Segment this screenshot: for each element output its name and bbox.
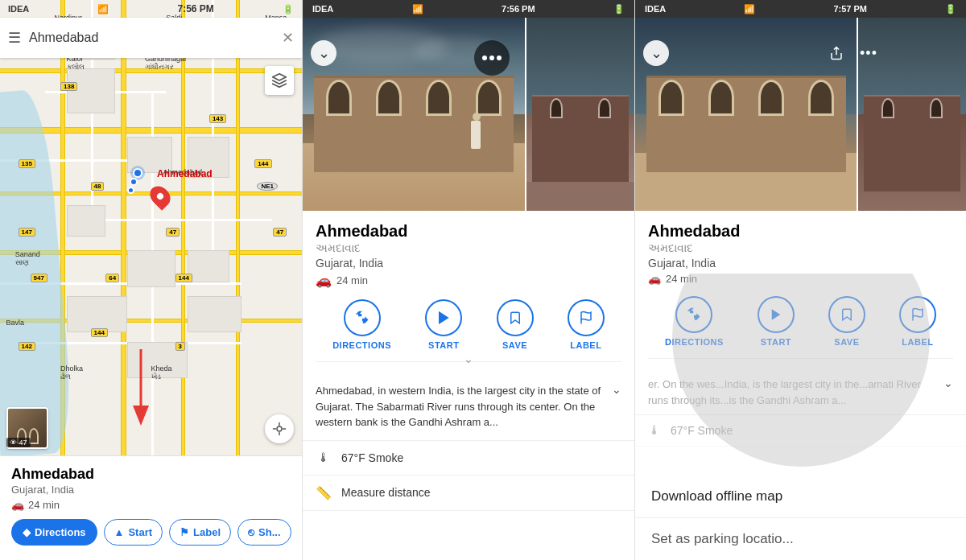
save-icon-circle (497, 299, 534, 336)
start-icon-circle (425, 299, 462, 336)
expand-button[interactable]: ⌄ (612, 383, 621, 396)
car-icon-bottom: 🚗 (11, 499, 24, 511)
battery-icon-3: 🔋 (945, 4, 956, 14)
start-action[interactable]: START (425, 299, 462, 350)
car-icon-detail: 🚗 (316, 273, 332, 288)
menu-dropdown: Download offline map Set as parking loca… (635, 476, 966, 560)
carrier-1: IDEA (8, 4, 29, 14)
back-button-2[interactable]: ⌄ (311, 40, 336, 66)
share-icon: ⎋ (248, 526, 254, 538)
menu-place-name-local: અમદાવાદ (648, 241, 953, 255)
directions-action[interactable]: DIRECTIONS (332, 299, 391, 350)
menu-photos[interactable]: ⌄ ••• (635, 18, 966, 211)
detail-photo-secondary[interactable] (525, 18, 634, 211)
status-bar-2: IDEA 📶 7:56 PM 🔋 (303, 0, 634, 18)
svg-point-2 (277, 426, 282, 431)
start-button[interactable]: ▲ Start (104, 519, 163, 546)
start-label: Start (128, 526, 152, 538)
time-3: 7:57 PM (833, 4, 867, 14)
measure-text: Measure distance (341, 486, 431, 499)
detail-travel-time: 24 min (336, 274, 368, 286)
directions-icon-circle (344, 299, 381, 336)
hamburger-menu-icon[interactable]: ☰ (8, 29, 21, 47)
share-button[interactable]: ⎋ Sh... (237, 519, 291, 546)
place-region-bottom: Gujarat, India (11, 484, 291, 496)
detail-place-name: Ahmedabad (316, 222, 621, 241)
place-time-bottom: 🚗 24 min (11, 499, 291, 511)
detail-place-name-local: અમદાવાદ (316, 241, 621, 255)
share-label: Sh... (258, 526, 280, 538)
detail-time-row: 🚗 24 min (316, 273, 621, 288)
map-label-dholka: Dholkaઢોળ (60, 364, 83, 381)
panel-detail: IDEA 📶 7:56 PM 🔋 (302, 0, 634, 560)
save-action[interactable]: SAVE (497, 299, 534, 350)
detail-photos[interactable]: ⌄ (303, 18, 634, 211)
set-parking-location-item[interactable]: Set as parking locatio... (635, 518, 966, 560)
chevron-down-icon-2: ⌄ (318, 44, 330, 62)
status-bar-3: IDEA 📶 7:57 PM 🔋 (635, 0, 966, 18)
start-icon: ▲ (114, 526, 125, 538)
travel-time-bottom: 24 min (28, 499, 60, 511)
diamond-directions-icon: ◆ (23, 526, 31, 538)
carrier-3: IDEA (645, 4, 666, 14)
menu-overlay-container: Download offline map Set as parking loca… (635, 274, 966, 560)
panel-menu: IDEA 📶 7:57 PM 🔋 (634, 0, 966, 560)
wifi-icon-2: 📶 (412, 4, 423, 14)
wifi-icon-3: 📶 (744, 4, 755, 14)
menu-place-name: Ahmedabad (648, 222, 953, 241)
panel-map: IDEA 📶 7:56 PM 🔋 ☰ Ahmedabad ✕ (0, 0, 302, 560)
label-icon-circle (568, 299, 605, 336)
time-1: 7:56 PM (178, 3, 214, 14)
directions-action-label: DIRECTIONS (332, 340, 391, 350)
chevron-down-icon-3: ⌄ (650, 44, 663, 62)
more-button-3[interactable]: ••• (856, 40, 881, 66)
dots-icon (482, 56, 502, 60)
save-action-label: SAVE (502, 340, 527, 350)
measure-row[interactable]: 📏 Measure distance (303, 476, 634, 511)
carrier-2: IDEA (312, 4, 333, 14)
label-label: Label (193, 526, 221, 538)
place-name-bottom: Ahmedabad (11, 466, 291, 483)
time-2: 7:56 PM (502, 4, 535, 14)
eye-badge: 👁 47 (6, 438, 31, 447)
download-offline-map-item[interactable]: Download offline map (635, 476, 966, 518)
label-action-label: LABEL (570, 340, 601, 350)
back-button-3[interactable]: ⌄ (643, 40, 669, 66)
wifi-icon-1: 📶 (97, 4, 109, 14)
directions-label: Directions (35, 526, 86, 538)
start-action-label: START (428, 340, 459, 350)
battery-icon-1: 🔋 (283, 4, 294, 14)
label-button[interactable]: ⚑ Label (169, 519, 231, 546)
description-text: Ahmedabad, in western India, is the larg… (316, 383, 605, 430)
label-action[interactable]: LABEL (568, 299, 605, 350)
location-button[interactable] (265, 414, 294, 443)
share-button-3[interactable] (824, 40, 849, 66)
map-label-sanand: Sanandસાણ (15, 250, 40, 267)
map-pin[interactable] (151, 185, 169, 208)
weather-text: 67°F Smoke (341, 451, 403, 464)
flag-icon: ⚑ (180, 526, 189, 538)
map-layers-button[interactable] (265, 66, 294, 95)
bottom-action-bar: ◆ Directions ▲ Start ⚑ Label ⎋ Sh... (11, 519, 291, 546)
weather-row: 🌡 67°F Smoke (303, 441, 634, 476)
status-bar-1: IDEA 📶 7:56 PM 🔋 (0, 0, 302, 18)
svg-marker-3 (440, 312, 448, 323)
map-search-header: ☰ Ahmedabad ✕ (0, 18, 302, 58)
battery-icon-2: 🔋 (613, 4, 625, 14)
annotation-arrow (125, 349, 157, 433)
detail-place-region: Gujarat, India (316, 257, 621, 270)
detail-info: Ahmedabad અમદાવાદ Gujarat, India 🚗 24 mi… (303, 211, 634, 373)
directions-button[interactable]: ◆ Directions (11, 519, 97, 546)
scroll-indicator: ⌄ (464, 352, 473, 365)
map-ahmedabad-label: Ahmedabad (157, 168, 213, 179)
ruler-icon: 📏 (316, 485, 332, 500)
svg-marker-1 (133, 406, 149, 426)
search-input[interactable]: Ahmedabad (29, 31, 274, 45)
thermometer-icon: 🌡 (316, 451, 332, 465)
menu-place-region: Gujarat, India (648, 257, 953, 270)
more-photos-button[interactable] (474, 40, 510, 76)
description-area: Ahmedabad, in western India, is the larg… (303, 373, 634, 441)
bottom-place-card: Ahmedabad Gujarat, India 🚗 24 min ◆ Dire… (0, 455, 302, 560)
map-label-bavla: Bavla (6, 319, 25, 327)
close-icon[interactable]: ✕ (282, 29, 294, 47)
